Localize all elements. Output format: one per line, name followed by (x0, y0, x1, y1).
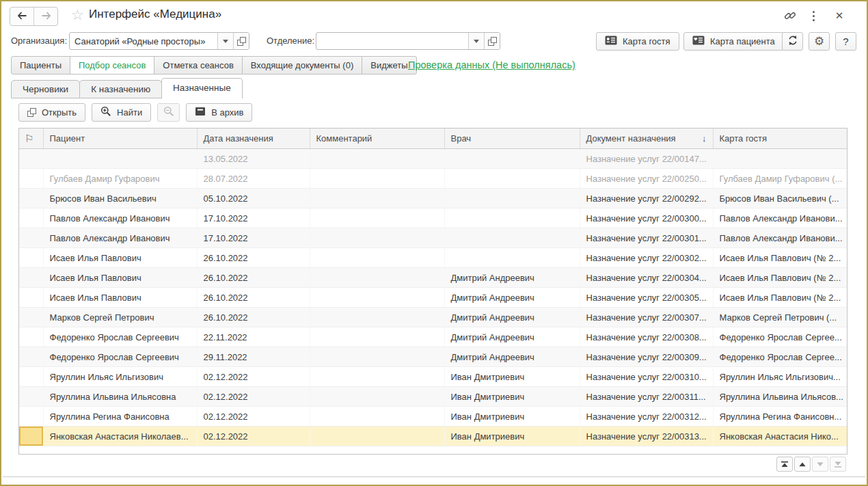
department-combobox[interactable] (316, 32, 500, 50)
department-value[interactable] (316, 33, 468, 49)
main-tab-0[interactable]: Пациенты (11, 56, 70, 75)
cell-date[interactable]: 02.12.2022 (197, 367, 310, 387)
cell-document[interactable]: Назначение услуг 22/00250... (580, 169, 713, 189)
cell-comment[interactable] (310, 308, 444, 327)
cell-patient[interactable]: Федоренко Ярослав Сергеевич (43, 327, 197, 347)
cell-date[interactable]: 26.10.2022 (197, 248, 310, 268)
column-doctor[interactable]: Врач (444, 129, 580, 149)
cell-doctor[interactable] (444, 149, 580, 169)
table-row[interactable]: 13.05.2022 Назначение услуг 22/00147... (19, 149, 847, 169)
table-row[interactable]: Федоренко Ярослав Сергеевич 22.11.2022 Д… (19, 327, 847, 347)
cell-comment[interactable] (310, 427, 444, 446)
cell-date[interactable]: 22.11.2022 (197, 327, 310, 347)
cell-guest-card[interactable]: Федоренко Ярослав Сергее... (713, 347, 847, 367)
cell-doctor[interactable]: Дмитрий Андреевич (444, 347, 580, 367)
cell-flag[interactable] (19, 208, 43, 228)
find-button[interactable]: Найти (92, 103, 151, 122)
cell-patient[interactable]: Яруллина Ильвина Ильясовна (43, 387, 197, 407)
cell-date[interactable]: 05.10.2022 (197, 189, 310, 208)
cell-comment[interactable] (310, 407, 444, 427)
table-row[interactable]: Яруллина Регина Фанисовна 02.12.2022 Ива… (19, 407, 847, 427)
cell-document[interactable]: Назначение услуг 22/00312... (580, 407, 713, 427)
cell-date[interactable]: 29.11.2022 (197, 347, 310, 367)
cell-guest-card[interactable]: Марков Сергей Петрович (... (713, 308, 847, 327)
gear-icon[interactable]: ⚙ (809, 32, 830, 51)
cell-patient[interactable]: Федоренко Ярослав Сергеевич (43, 347, 197, 367)
table-row[interactable]: Павлов Александр Иванович 17.10.2022 Наз… (19, 208, 847, 228)
cell-date[interactable]: 02.12.2022 (197, 387, 310, 407)
cell-comment[interactable] (310, 367, 444, 387)
cell-patient[interactable]: Павлов Александр Иванович (43, 228, 197, 248)
cell-doctor[interactable]: Иван Дмитриевич (444, 407, 580, 427)
cell-guest-card[interactable]: Павлов Александр Иванови... (713, 208, 847, 228)
cell-doctor[interactable]: Дмитрий Андреевич (444, 327, 580, 347)
back-button[interactable] (10, 8, 33, 25)
more-menu-icon[interactable] (805, 9, 822, 23)
cell-guest-card[interactable]: Исаев Илья Павлович (№ 2... (713, 288, 847, 308)
cell-patient[interactable]: Исаев Илья Павлович (43, 268, 197, 288)
cell-document[interactable]: Назначение услуг 22/00310... (580, 367, 713, 387)
go-up-button[interactable] (794, 457, 811, 472)
cell-doctor[interactable]: Иван Дмитриевич (444, 427, 580, 446)
organization-combobox[interactable]: Санаторий «Родные просторы» (69, 32, 249, 50)
cell-patient[interactable]: Яруллина Регина Фанисовна (43, 407, 197, 427)
cell-guest-card[interactable]: Исаев Илья Павлович (№ 2... (713, 248, 847, 268)
cell-comment[interactable] (310, 288, 444, 308)
cell-date[interactable]: 26.10.2022 (197, 268, 310, 288)
cell-doctor[interactable] (444, 169, 580, 189)
column-guest-card[interactable]: Карта гостя (713, 129, 847, 149)
cell-flag[interactable] (19, 228, 43, 248)
table-row[interactable]: Исаев Илья Павлович 26.10.2022 Дмитрий А… (19, 288, 847, 308)
cell-guest-card[interactable]: Павлов Александр Иванови... (713, 228, 847, 248)
table-row[interactable]: Исаев Илья Павлович 26.10.2022 Дмитрий А… (19, 268, 847, 288)
department-choose-button[interactable] (484, 33, 500, 49)
forward-button[interactable] (33, 8, 57, 25)
cell-guest-card[interactable]: Гулбаев Дамир Гуфарович (... (713, 169, 847, 189)
cell-document[interactable]: Назначение услуг 22/00292... (580, 189, 713, 208)
data-check-link[interactable]: Проверка данных (Не выполнялась) (408, 59, 575, 70)
cell-flag[interactable] (19, 268, 43, 288)
cell-comment[interactable] (310, 208, 444, 228)
table-row[interactable]: Исаев Илья Павлович 26.10.2022 Назначени… (19, 248, 847, 268)
cell-guest-card[interactable]: Яруллина Регина Фанисовн... (713, 407, 847, 427)
table-row[interactable]: Федоренко Ярослав Сергеевич 29.11.2022 Д… (19, 347, 847, 367)
cell-flag[interactable] (19, 367, 43, 387)
cell-flag[interactable] (19, 427, 43, 446)
open-button[interactable]: Открыть (18, 103, 85, 122)
archive-button[interactable]: В архив (186, 103, 252, 122)
cell-patient[interactable]: Марков Сергей Петрович (43, 308, 197, 327)
cell-patient[interactable]: Брюсов Иван Васильевич (43, 189, 197, 208)
refresh-button[interactable] (782, 32, 803, 51)
cell-document[interactable]: Назначение услуг 22/00309... (580, 347, 713, 367)
cell-flag[interactable] (19, 149, 43, 169)
cell-date[interactable]: 02.12.2022 (197, 427, 310, 446)
main-tab-3[interactable]: Входящие документы (0) (242, 56, 362, 75)
column-document[interactable]: Документ назначения↓ (580, 129, 713, 149)
cell-document[interactable]: Назначение услуг 22/00300... (580, 208, 713, 228)
column-comment[interactable]: Комментарий (310, 129, 444, 149)
cell-document[interactable]: Назначение услуг 22/00147... (580, 149, 713, 169)
table-row[interactable]: Яруллина Ильвина Ильясовна 02.12.2022 Ив… (19, 387, 847, 407)
cell-flag[interactable] (19, 288, 43, 308)
cell-guest-card[interactable]: Брюсов Иван Васильевич (... (713, 189, 847, 208)
organization-value[interactable]: Санаторий «Родные просторы» (70, 33, 217, 49)
cell-doctor[interactable] (444, 208, 580, 228)
table-row[interactable]: Брюсов Иван Васильевич 05.10.2022 Назнач… (19, 189, 847, 208)
cell-guest-card[interactable]: Яруллин Ильяс Ильгизович... (713, 367, 847, 387)
cell-comment[interactable] (310, 347, 444, 367)
cell-guest-card[interactable]: Яруллина Ильвина Ильясов... (713, 387, 847, 407)
cell-date[interactable]: 17.10.2022 (197, 228, 310, 248)
sub-tab-1[interactable]: К назначению (79, 80, 162, 98)
close-icon[interactable]: ✕ (831, 9, 847, 23)
table-row[interactable]: Гулбаев Дамир Гуфарович 28.07.2022 Назна… (19, 169, 847, 189)
table-row[interactable]: Яруллин Ильяс Ильгизович 02.12.2022 Иван… (19, 367, 847, 387)
guest-card-button[interactable]: Карта гостя (596, 32, 679, 51)
cell-flag[interactable] (19, 308, 43, 327)
cell-document[interactable]: Назначение услуг 22/00304... (580, 268, 713, 288)
cell-comment[interactable] (310, 149, 444, 169)
cell-doctor[interactable] (444, 248, 580, 268)
cell-date[interactable]: 26.10.2022 (197, 308, 310, 327)
cell-patient[interactable] (43, 149, 197, 169)
cell-document[interactable]: Назначение услуг 22/00308... (580, 327, 713, 347)
cell-flag[interactable] (19, 189, 43, 208)
